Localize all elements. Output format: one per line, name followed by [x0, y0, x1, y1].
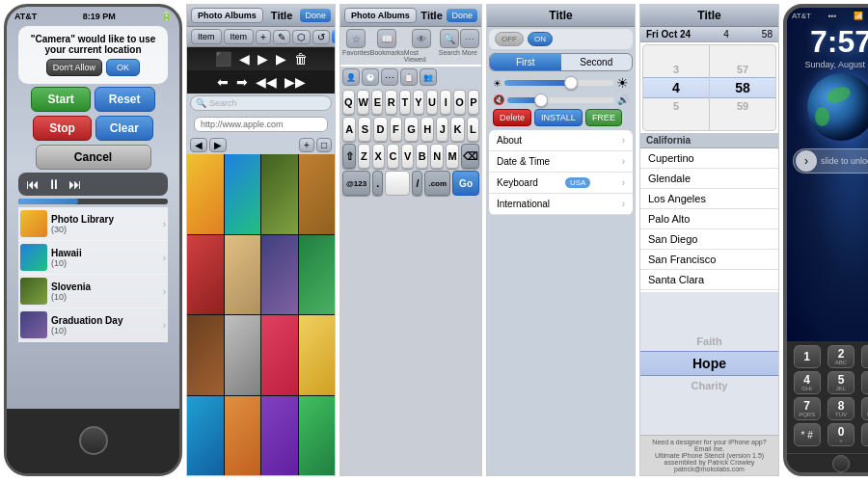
dotcom-key[interactable]: .com: [424, 171, 450, 196]
key-q[interactable]: Q: [342, 90, 355, 115]
grid-cell[interactable]: [187, 396, 224, 476]
key-n[interactable]: N: [430, 144, 443, 169]
share-icon[interactable]: ⬡: [292, 30, 311, 44]
done-button-3[interactable]: Done: [447, 9, 477, 22]
picker-col-2[interactable]: 57 58 59: [710, 45, 775, 130]
key-6[interactable]: 6 MNO: [861, 371, 868, 394]
left-icon[interactable]: ◀◀: [256, 74, 277, 90]
key-y[interactable]: Y: [413, 90, 424, 115]
item-button-2[interactable]: Item: [224, 29, 255, 44]
keypad2-icon[interactable]: ⋯: [381, 68, 398, 86]
grid-cell[interactable]: [261, 396, 298, 476]
key-8[interactable]: 8 TUV: [827, 397, 854, 420]
item-button-1[interactable]: Item: [191, 29, 222, 44]
start-button[interactable]: Start: [31, 87, 90, 112]
next-icon[interactable]: ▶: [276, 51, 286, 67]
prev-track-icon[interactable]: ⏮: [26, 176, 40, 192]
key-z[interactable]: Z: [358, 144, 370, 169]
at123-key[interactable]: @123: [342, 171, 370, 196]
grid-cell[interactable]: [187, 315, 224, 395]
done-button[interactable]: Done: [300, 9, 331, 22]
reset-button[interactable]: Reset: [95, 87, 155, 112]
key-0[interactable]: 0 +: [827, 423, 854, 446]
list-item[interactable]: Cupertino: [640, 148, 778, 169]
fwd-arrow-icon[interactable]: ➡: [236, 74, 248, 90]
mostviewed-icon-item[interactable]: 👁 Most Viewed: [404, 29, 439, 63]
key-w[interactable]: W: [357, 90, 370, 115]
ok-button[interactable]: OK: [106, 59, 140, 76]
settings-item-keyboard[interactable]: Keyboard USA ›: [489, 173, 633, 194]
search-icon-item[interactable]: 🔍 Search: [439, 29, 460, 63]
mostrecent-icon[interactable]: 📋: [400, 68, 418, 86]
picker-col-1[interactable]: 3 4 5: [643, 45, 710, 130]
key-o[interactable]: O: [453, 90, 466, 115]
grid-cell[interactable]: [299, 154, 336, 234]
space-key[interactable]: [385, 171, 410, 196]
right-icon[interactable]: ▶▶: [285, 74, 306, 90]
key-7[interactable]: 7 PQRS: [794, 397, 821, 420]
key-x[interactable]: X: [372, 144, 385, 169]
key-l[interactable]: L: [467, 117, 479, 142]
more-icon-item[interactable]: ⋯ More: [460, 29, 479, 63]
list-item[interactable]: Los Angeles: [640, 189, 778, 209]
grid-cell[interactable]: [225, 235, 261, 315]
free-button[interactable]: FREE: [585, 109, 622, 126]
key-v[interactable]: V: [401, 144, 414, 169]
list-item[interactable]: San Francisco: [640, 250, 778, 270]
list-item[interactable]: Glendale: [640, 169, 778, 189]
photo-albums-tab[interactable]: Photo Albums: [191, 8, 263, 23]
grid-cell[interactable]: [225, 154, 261, 234]
bookmarks-icon-item[interactable]: 📖 Bookmarks: [370, 29, 404, 63]
key-2[interactable]: 2 ABC: [827, 345, 854, 368]
prev-icon[interactable]: ◀: [239, 51, 250, 67]
charity-wheel[interactable]: Faith Hope Charity: [640, 292, 778, 436]
key-e[interactable]: E: [371, 90, 383, 115]
bookmark-icon[interactable]: ⬛: [215, 51, 231, 67]
key-f[interactable]: F: [390, 117, 402, 142]
key-j[interactable]: J: [436, 117, 448, 142]
url-input[interactable]: http://www.apple.com: [194, 117, 328, 132]
list-item[interactable]: Santa Clara: [640, 270, 778, 290]
key-c[interactable]: C: [387, 144, 399, 169]
install-button[interactable]: INSTALL: [534, 109, 583, 126]
plus-button[interactable]: +: [299, 138, 314, 152]
shift-key[interactable]: ⇧: [342, 144, 356, 169]
footer-email[interactable]: patrick@mokolabs.com: [646, 466, 773, 472]
next-track-icon[interactable]: ⏭: [68, 176, 82, 192]
list-item[interactable]: Photo Library (30) ›: [18, 207, 168, 241]
cancel-button[interactable]: Cancel: [36, 145, 151, 170]
list-item[interactable]: San Diego: [640, 229, 778, 250]
period-key[interactable]: .: [372, 171, 383, 196]
add-icon[interactable]: +: [256, 30, 271, 44]
progress-bar[interactable]: [18, 199, 168, 204]
toggle-off-button[interactable]: OFF: [495, 32, 524, 46]
favorites-icon-item[interactable]: ☆ Favorites: [342, 29, 370, 63]
key-u[interactable]: U: [426, 90, 438, 115]
key-delete[interactable]: ⌫: [861, 423, 868, 446]
sync-icon[interactable]: ↺: [312, 30, 330, 44]
key-9[interactable]: 9 WXYZ: [861, 397, 868, 420]
list-item[interactable]: Graduation Day (10) ›: [18, 308, 168, 342]
grid-cell[interactable]: [225, 315, 261, 395]
key-g[interactable]: G: [404, 117, 419, 142]
photo-albums-tab-2[interactable]: Photo Albums: [344, 8, 417, 23]
seg-first-button[interactable]: First: [490, 54, 561, 70]
slide-to-unlock-bar[interactable]: › slide to unlock: [793, 148, 868, 174]
delete-button[interactable]: Delete: [493, 109, 531, 126]
home-button-2[interactable]: [832, 455, 850, 472]
back-button[interactable]: ◀: [190, 138, 207, 152]
contacts2-icon[interactable]: 👥: [420, 68, 437, 86]
grid-cell[interactable]: [299, 396, 336, 476]
play-icon[interactable]: ▶: [258, 51, 268, 67]
done-button-2[interactable]: Done: [332, 30, 336, 43]
volume-slider[interactable]: [507, 97, 614, 103]
search-input-bar[interactable]: 🔍 Search: [190, 95, 332, 111]
bookmark-button[interactable]: □: [316, 138, 332, 152]
delete-key[interactable]: ⌫: [461, 144, 479, 169]
grid-cell[interactable]: [261, 154, 298, 234]
grid-cell[interactable]: [187, 235, 224, 315]
grid-cell[interactable]: [187, 154, 224, 234]
go-key[interactable]: Go: [452, 171, 479, 196]
back-arrow-icon[interactable]: ⬅: [217, 74, 229, 90]
settings-item-international[interactable]: International ›: [489, 194, 633, 215]
